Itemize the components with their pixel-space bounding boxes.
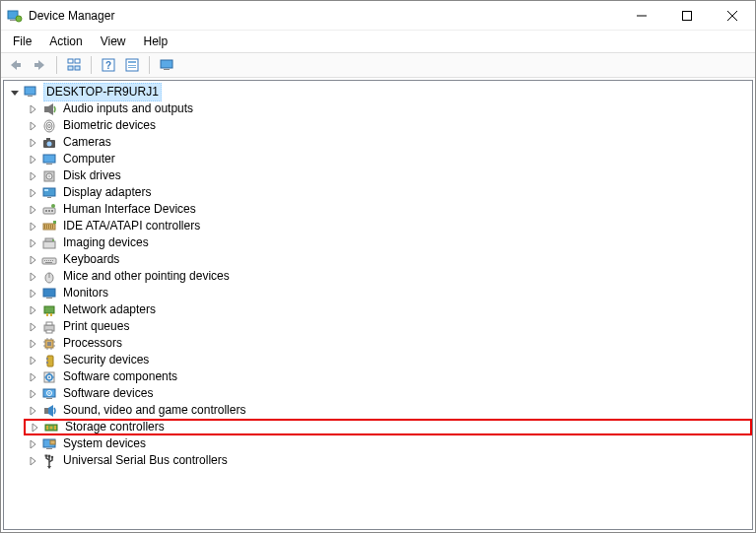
app-icon bbox=[7, 8, 23, 24]
tree-node[interactable]: Human Interface Devices bbox=[24, 201, 752, 218]
usb-icon bbox=[41, 453, 57, 469]
minimize-button[interactable] bbox=[619, 1, 664, 31]
svg-marker-30 bbox=[31, 172, 35, 180]
tree-node[interactable]: Storage controllers bbox=[24, 419, 752, 435]
expander-closed-icon[interactable] bbox=[26, 136, 39, 150]
tree-node[interactable]: Processors bbox=[24, 335, 752, 352]
security-icon bbox=[41, 353, 57, 368]
tree-node[interactable]: Universal Serial Bus controllers bbox=[24, 452, 752, 469]
menu-view[interactable]: View bbox=[93, 33, 134, 50]
expander-closed-icon[interactable] bbox=[26, 153, 39, 167]
svg-text:?: ? bbox=[105, 60, 111, 71]
svg-marker-37 bbox=[31, 290, 35, 298]
svg-rect-12 bbox=[75, 59, 80, 63]
svg-rect-24 bbox=[25, 87, 35, 95]
arrow-right-icon bbox=[32, 58, 47, 72]
svg-marker-35 bbox=[31, 256, 35, 264]
menu-file[interactable]: File bbox=[5, 33, 39, 50]
expander-closed-icon[interactable] bbox=[26, 270, 39, 284]
toolbar-forward-button[interactable] bbox=[29, 54, 50, 76]
expander-closed-icon[interactable] bbox=[26, 387, 39, 401]
svg-marker-42 bbox=[31, 373, 35, 381]
expander-closed-icon[interactable] bbox=[26, 203, 39, 217]
tree-node-label: Mice and other pointing devices bbox=[61, 268, 232, 285]
tree-node[interactable]: Security devices bbox=[24, 352, 752, 368]
svg-marker-34 bbox=[31, 239, 35, 247]
expander-closed-icon[interactable] bbox=[26, 303, 39, 317]
tree-node-label: Cameras bbox=[61, 134, 113, 151]
toolbar-help-button[interactable]: ? bbox=[98, 54, 119, 76]
expander-closed-icon[interactable] bbox=[26, 404, 39, 418]
svg-marker-38 bbox=[31, 306, 35, 314]
tree-node-label: Security devices bbox=[61, 352, 151, 368]
titlebar: Device Manager bbox=[1, 1, 755, 31]
svg-marker-31 bbox=[31, 189, 35, 197]
network-icon bbox=[41, 302, 57, 318]
svg-rect-20 bbox=[128, 67, 136, 68]
tree-node[interactable]: Imaging devices bbox=[24, 234, 752, 251]
tree-node[interactable]: Disk drives bbox=[24, 167, 752, 184]
tree-node-label: Network adapters bbox=[61, 301, 158, 318]
tree-node[interactable]: Mice and other pointing devices bbox=[24, 268, 752, 285]
expander-closed-icon[interactable] bbox=[26, 337, 39, 351]
svg-rect-22 bbox=[164, 69, 170, 70]
tree-node[interactable]: Software components bbox=[24, 368, 752, 385]
expander-closed-icon[interactable] bbox=[26, 236, 39, 250]
monitor-icon bbox=[41, 152, 57, 167]
tree-node[interactable]: Computer bbox=[24, 151, 752, 167]
expander-closed-icon[interactable] bbox=[26, 102, 39, 116]
toolbar-back-button[interactable] bbox=[5, 54, 27, 76]
tree-node-label: Monitors bbox=[61, 285, 110, 301]
camera-icon bbox=[41, 135, 57, 151]
device-tree[interactable]: DESKTOP-FR9URJ1 Audio inputs and outputs… bbox=[3, 80, 753, 530]
storage-icon bbox=[43, 420, 59, 435]
menu-help[interactable]: Help bbox=[136, 33, 176, 50]
svg-point-2 bbox=[16, 16, 22, 22]
expander-closed-icon[interactable] bbox=[26, 354, 39, 367]
tree-node[interactable]: IDE ATA/ATAPI controllers bbox=[24, 218, 752, 234]
expander-closed-icon[interactable] bbox=[26, 437, 39, 451]
tree-node[interactable]: Audio inputs and outputs bbox=[24, 100, 752, 117]
tree-node[interactable]: Sound, video and game controllers bbox=[24, 402, 752, 419]
menu-action[interactable]: Action bbox=[41, 33, 90, 50]
expander-closed-icon[interactable] bbox=[26, 186, 39, 200]
expander-closed-icon[interactable] bbox=[26, 454, 39, 468]
tree-node[interactable]: Software devices bbox=[24, 385, 752, 402]
expander-closed-icon[interactable] bbox=[26, 253, 39, 267]
expander-closed-icon[interactable] bbox=[28, 421, 41, 434]
toolbar-properties-button[interactable] bbox=[121, 54, 143, 76]
svg-rect-18 bbox=[128, 61, 136, 63]
expander-closed-icon[interactable] bbox=[26, 370, 39, 384]
svg-marker-36 bbox=[31, 273, 35, 281]
expander-open-icon[interactable] bbox=[8, 85, 22, 99]
tree-node[interactable]: System devices bbox=[24, 435, 752, 452]
window-title: Device Manager bbox=[29, 9, 619, 23]
expander-closed-icon[interactable] bbox=[26, 287, 39, 300]
expander-closed-icon[interactable] bbox=[26, 119, 39, 133]
svg-rect-19 bbox=[128, 65, 136, 66]
tree-node[interactable]: Display adapters bbox=[24, 184, 752, 201]
tree-node-label: Processors bbox=[61, 335, 124, 352]
svg-rect-1 bbox=[10, 20, 16, 21]
close-button[interactable] bbox=[710, 1, 755, 31]
svg-rect-4 bbox=[683, 12, 692, 21]
toolbar-scan-button[interactable] bbox=[156, 54, 177, 76]
expander-closed-icon[interactable] bbox=[26, 220, 39, 233]
toolbar-show-hidden-button[interactable] bbox=[63, 54, 85, 76]
arrow-left-icon bbox=[8, 58, 24, 72]
cpu-icon bbox=[41, 336, 57, 352]
tree-node[interactable]: Biometric devices bbox=[24, 117, 752, 134]
svg-rect-11 bbox=[68, 59, 73, 63]
system-icon bbox=[41, 436, 57, 452]
tree-node[interactable]: Cameras bbox=[24, 134, 752, 151]
expander-closed-icon[interactable] bbox=[26, 169, 39, 183]
maximize-button[interactable] bbox=[664, 1, 710, 31]
tree-root-node[interactable]: DESKTOP-FR9URJ1 bbox=[6, 83, 752, 100]
tree-node[interactable]: Network adapters bbox=[24, 301, 752, 318]
expander-closed-icon[interactable] bbox=[26, 320, 39, 334]
keyboard-icon bbox=[41, 252, 57, 268]
tree-node[interactable]: Print queues bbox=[24, 318, 752, 335]
svg-marker-32 bbox=[31, 206, 35, 214]
tree-node[interactable]: Monitors bbox=[24, 285, 752, 301]
tree-node[interactable]: Keyboards bbox=[24, 251, 752, 268]
